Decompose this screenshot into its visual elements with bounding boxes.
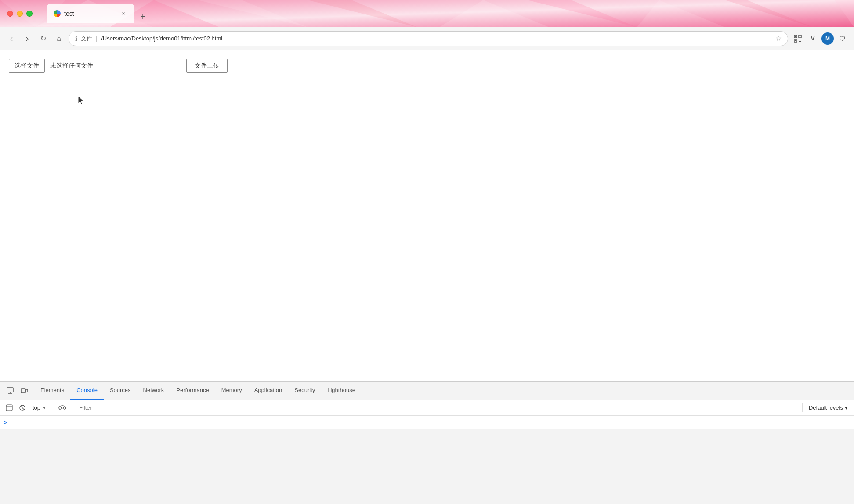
eye-icon bbox=[58, 405, 66, 411]
svg-rect-14 bbox=[800, 36, 800, 37]
address-url: /Users/mac/Desktop/js/demo01/html/test02… bbox=[101, 35, 772, 42]
svg-rect-19 bbox=[799, 41, 800, 42]
devtools-tabs: Elements Console Sources Network Perform… bbox=[0, 382, 854, 400]
prompt-arrow-icon: > bbox=[4, 419, 7, 426]
tab-close-button[interactable]: × bbox=[119, 10, 127, 18]
tab-favicon bbox=[54, 10, 61, 17]
filter-input[interactable] bbox=[76, 403, 799, 412]
tab-elements[interactable]: Elements bbox=[34, 382, 70, 400]
console-prompt[interactable]: > bbox=[4, 418, 854, 427]
console-toolbar: top ▼ Default levels ▾ bbox=[0, 400, 854, 416]
new-tab-button[interactable]: + bbox=[136, 10, 149, 23]
nav-bar: ‹ › ↻ ⌂ ℹ 文件 | /Users/mac/Desktop/js/dem… bbox=[0, 27, 854, 50]
qr-icon bbox=[794, 35, 802, 43]
tab-bar: test × + bbox=[47, 4, 149, 23]
upload-button[interactable]: 文件上传 bbox=[186, 59, 228, 73]
tab-application[interactable]: Application bbox=[248, 382, 289, 400]
default-levels-label: Default levels bbox=[809, 404, 843, 411]
forward-icon: › bbox=[26, 33, 29, 43]
svg-rect-12 bbox=[795, 36, 796, 37]
traffic-lights bbox=[7, 11, 33, 17]
devtools-panel: Elements Console Sources Network Perform… bbox=[0, 381, 854, 504]
svg-line-30 bbox=[21, 406, 25, 410]
svg-rect-25 bbox=[21, 389, 25, 393]
file-section: 选择文件 未选择任何文件 文件上传 bbox=[9, 59, 845, 73]
back-button[interactable]: ‹ bbox=[5, 32, 18, 45]
tab-performance[interactable]: Performance bbox=[170, 382, 215, 400]
svg-rect-27 bbox=[6, 405, 12, 411]
extension3-button[interactable]: 🛡 bbox=[836, 32, 849, 45]
back-icon: ‹ bbox=[10, 33, 13, 43]
tab-console[interactable]: Console bbox=[70, 382, 104, 400]
toolbar-divider-2 bbox=[72, 403, 72, 412]
device-icon bbox=[20, 387, 28, 395]
block-icon bbox=[19, 404, 26, 411]
active-tab[interactable]: test × bbox=[47, 4, 134, 23]
tab-title: test bbox=[64, 10, 116, 17]
inspect-icon bbox=[6, 387, 14, 395]
maximize-traffic-light[interactable] bbox=[26, 11, 33, 17]
tab-network[interactable]: Network bbox=[137, 382, 170, 400]
shield-icon: 🛡 bbox=[840, 35, 846, 42]
svg-rect-26 bbox=[26, 389, 28, 392]
home-button[interactable]: ⌂ bbox=[53, 32, 65, 45]
address-bar[interactable]: ℹ 文件 | /Users/mac/Desktop/js/demo01/html… bbox=[69, 31, 788, 46]
devtools-icon-group bbox=[4, 384, 31, 397]
svg-marker-21 bbox=[78, 96, 83, 104]
svg-rect-20 bbox=[800, 41, 801, 42]
context-selector[interactable]: top ▼ bbox=[30, 403, 49, 412]
reload-icon: ↻ bbox=[40, 34, 46, 43]
qr-button[interactable] bbox=[792, 32, 804, 45]
toolbar-divider-3 bbox=[802, 403, 803, 412]
svg-rect-16 bbox=[795, 40, 796, 41]
tab-sources[interactable]: Sources bbox=[104, 382, 137, 400]
tab-security[interactable]: Security bbox=[288, 382, 321, 400]
close-traffic-light[interactable] bbox=[7, 11, 13, 17]
extension2-button[interactable]: M bbox=[821, 32, 834, 45]
svg-rect-17 bbox=[799, 40, 800, 40]
file-status-label: 未选择任何文件 bbox=[50, 62, 93, 70]
toolbar-divider-1 bbox=[53, 403, 53, 412]
address-file-label: 文件 bbox=[81, 35, 92, 43]
extension1-icon: V bbox=[811, 35, 815, 42]
reload-button[interactable]: ↻ bbox=[37, 32, 49, 45]
tab-memory[interactable]: Memory bbox=[215, 382, 248, 400]
tab-lighthouse[interactable]: Lighthouse bbox=[321, 382, 362, 400]
toolbar-icons: V M 🛡 bbox=[792, 32, 849, 45]
block-button[interactable] bbox=[17, 402, 28, 414]
minimize-traffic-light[interactable] bbox=[17, 11, 23, 17]
svg-rect-22 bbox=[7, 388, 13, 392]
home-icon: ⌂ bbox=[57, 35, 61, 43]
page-content: 选择文件 未选择任何文件 文件上传 bbox=[0, 50, 854, 381]
default-levels-button[interactable]: Default levels ▾ bbox=[806, 403, 850, 412]
levels-dropdown-icon: ▾ bbox=[845, 404, 848, 411]
run-icon bbox=[6, 404, 13, 411]
eye-button[interactable] bbox=[57, 402, 68, 414]
svg-rect-18 bbox=[800, 40, 801, 40]
device-toggle-button[interactable] bbox=[18, 384, 31, 397]
inspect-element-button[interactable] bbox=[4, 384, 17, 397]
forward-button[interactable]: › bbox=[21, 32, 33, 45]
console-content: > bbox=[0, 416, 854, 429]
info-icon: ℹ bbox=[75, 35, 77, 42]
context-label: top bbox=[33, 404, 40, 411]
dropdown-arrow-icon: ▼ bbox=[42, 405, 47, 410]
svg-point-31 bbox=[59, 406, 66, 410]
extension2-icon: M bbox=[825, 36, 830, 42]
extension1-button[interactable]: V bbox=[807, 32, 819, 45]
cursor bbox=[78, 96, 85, 107]
bookmark-icon[interactable]: ☆ bbox=[775, 34, 782, 43]
run-button[interactable] bbox=[4, 402, 15, 414]
svg-point-32 bbox=[61, 407, 63, 409]
choose-file-button[interactable]: 选择文件 bbox=[9, 59, 45, 73]
address-separator: | bbox=[96, 35, 98, 43]
